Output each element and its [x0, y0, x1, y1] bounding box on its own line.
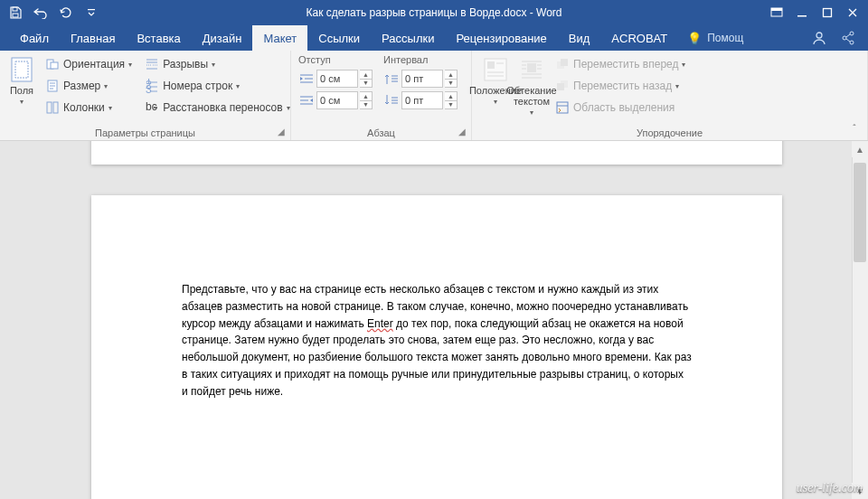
tab-design[interactable]: Дизайн: [192, 25, 253, 51]
svg-rect-29: [557, 102, 568, 113]
scroll-down-button[interactable]: ▼: [852, 483, 868, 499]
columns-button[interactable]: Колонки ▾: [42, 98, 136, 118]
page-previous[interactable]: [91, 141, 782, 165]
indent-label: Отступ: [298, 54, 373, 65]
spacing-after-spinner[interactable]: ▲▼: [445, 91, 458, 109]
svg-rect-14: [51, 62, 58, 69]
ribbon-tabs: Файл Главная Вставка Дизайн Макет Ссылки…: [0, 25, 868, 51]
svg-rect-2: [88, 9, 95, 10]
page-current[interactable]: Представьте, что у вас на странице есть …: [91, 195, 782, 499]
svg-rect-4: [771, 8, 782, 11]
group-label-arrange: Упорядочение: [472, 127, 867, 138]
minimize-button[interactable]: [790, 2, 814, 24]
send-backward-button: Переместить назад ▾: [552, 76, 689, 96]
document-area: Представьте, что у вас на странице есть …: [0, 141, 868, 499]
indent-left-input[interactable]: [316, 70, 358, 88]
hyphenation-button[interactable]: bc Расстановка переносов ▾: [141, 98, 294, 118]
bring-forward-icon: [555, 57, 570, 71]
group-label-page-setup: Параметры страницы: [0, 127, 290, 138]
spacing-after-icon: [383, 92, 400, 108]
spacing-after-input[interactable]: [401, 91, 443, 109]
undo-button[interactable]: [29, 2, 52, 24]
svg-rect-26: [561, 59, 568, 66]
spellcheck-error-word[interactable]: Enter: [367, 317, 393, 330]
svg-rect-0: [13, 7, 17, 11]
chevron-down-icon: ▾: [20, 98, 24, 106]
spacing-before-spinner[interactable]: ▲▼: [445, 70, 458, 88]
svg-rect-5: [797, 15, 807, 17]
maximize-button[interactable]: [816, 2, 839, 24]
spacing-before-icon: [383, 71, 400, 87]
margins-button[interactable]: Поля ▾: [7, 54, 36, 118]
tab-acrobat[interactable]: ACROBAT: [600, 25, 678, 51]
group-label-paragraph: Абзац: [291, 127, 471, 138]
columns-icon: [45, 100, 60, 115]
close-button[interactable]: [841, 2, 864, 24]
spacing-before-input[interactable]: [401, 70, 443, 88]
indent-left-icon: [298, 71, 315, 87]
svg-rect-16: [47, 102, 52, 113]
tab-layout[interactable]: Макет: [252, 25, 307, 51]
paragraph-launcher[interactable]: ◢: [458, 127, 467, 137]
wrap-text-button: Обтекание текстом ▾: [515, 54, 548, 118]
indent-right-input[interactable]: [316, 91, 358, 109]
scroll-up-button[interactable]: ▲: [852, 141, 868, 157]
svg-rect-17: [53, 102, 58, 113]
orientation-button[interactable]: Ориентация ▾: [42, 54, 136, 74]
indent-left-spinner[interactable]: ▲▼: [360, 70, 373, 88]
selection-pane-button[interactable]: Область выделения: [552, 98, 689, 118]
svg-point-9: [843, 36, 846, 40]
account-icon[interactable]: [812, 31, 826, 45]
spacing-label: Интервал: [383, 54, 458, 65]
indent-right-spinner[interactable]: ▲▼: [360, 91, 373, 109]
save-button[interactable]: [4, 2, 27, 24]
collapse-ribbon-button[interactable]: ˆ: [846, 120, 863, 137]
svg-rect-1: [13, 14, 18, 17]
ribbon-display-options-button[interactable]: [765, 2, 788, 24]
selection-pane-icon: [555, 100, 570, 115]
tell-me-placeholder: Помощ: [707, 32, 743, 44]
page-size-icon: [45, 79, 60, 93]
svg-point-7: [816, 33, 822, 38]
redo-button[interactable]: [54, 2, 78, 24]
svg-rect-6: [824, 9, 832, 17]
svg-point-10: [850, 41, 854, 44]
tab-home[interactable]: Главная: [60, 25, 126, 51]
svg-rect-24: [527, 63, 536, 72]
send-backward-icon: [555, 79, 570, 93]
size-button[interactable]: Размер ▾: [42, 76, 136, 96]
left-margin-area: [0, 141, 22, 499]
tab-review[interactable]: Рецензирование: [445, 25, 557, 51]
page-setup-launcher[interactable]: ◢: [278, 127, 287, 137]
scroll-thumb[interactable]: [854, 163, 866, 262]
tab-file[interactable]: Файл: [9, 25, 60, 51]
lightbulb-icon: 💡: [687, 32, 702, 45]
bring-forward-button: Переместить вперед ▾: [552, 54, 689, 74]
tab-insert[interactable]: Вставка: [126, 25, 191, 51]
tell-me-search[interactable]: 💡 Помощ: [678, 25, 752, 51]
document-title: Как сделать разрыв страницы в Ворде.docx…: [103, 6, 765, 19]
line-numbers-icon: 123: [145, 79, 159, 93]
tab-view[interactable]: Вид: [558, 25, 601, 51]
breaks-button[interactable]: Разрывы ▾: [141, 54, 294, 74]
breaks-icon: [145, 57, 159, 71]
document-paragraph[interactable]: Представьте, что у вас на странице есть …: [182, 280, 692, 399]
svg-rect-28: [557, 83, 564, 90]
share-icon[interactable]: [841, 31, 855, 45]
tab-references[interactable]: Ссылки: [307, 25, 371, 51]
ribbon: Поля ▾ Ориентация ▾ Размер ▾: [0, 51, 868, 141]
svg-text:bc: bc: [146, 100, 157, 113]
svg-point-8: [850, 32, 854, 35]
indent-right-icon: [298, 92, 315, 108]
line-numbers-button[interactable]: 123 Номера строк ▾: [141, 76, 294, 96]
orientation-icon: [45, 57, 60, 71]
tab-mailings[interactable]: Рассылки: [371, 25, 445, 51]
title-bar: Как сделать разрыв страницы в Ворде.docx…: [0, 0, 868, 25]
svg-rect-23: [487, 61, 495, 69]
qat-customize-button[interactable]: [80, 2, 103, 24]
hyphenation-icon: bc: [145, 100, 159, 115]
vertical-scrollbar[interactable]: ▲ ▼: [852, 141, 868, 499]
